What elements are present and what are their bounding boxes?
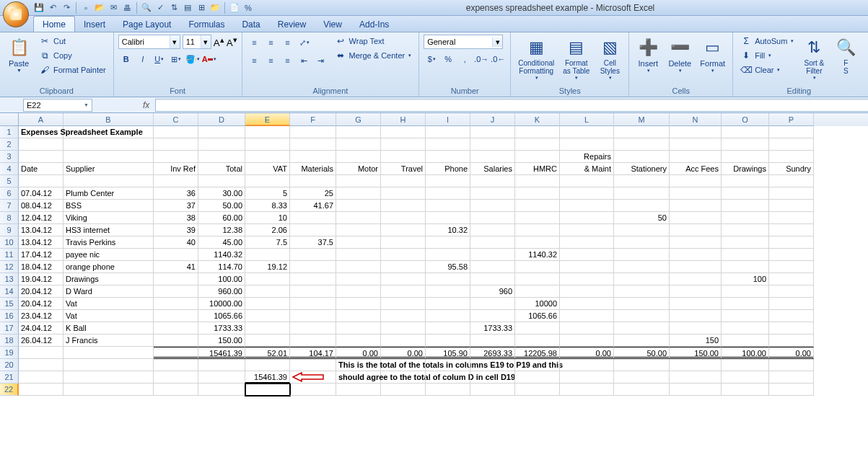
cell-G11[interactable]	[336, 249, 381, 261]
cell-D17[interactable]: 1733.33	[198, 322, 245, 334]
cell-A14[interactable]: 20.04.12	[19, 285, 63, 298]
cell-A12[interactable]: 18.04.12	[19, 261, 63, 273]
cell-E17[interactable]	[245, 322, 290, 334]
cell-F2[interactable]	[290, 138, 336, 151]
preview-icon[interactable]: 🔍	[141, 2, 152, 14]
cell-N4[interactable]: Acc Fees	[670, 163, 722, 175]
cell-A5[interactable]	[19, 175, 63, 187]
cell-I14[interactable]	[426, 285, 470, 298]
print-icon[interactable]: 🖶	[121, 2, 133, 14]
find-select-button[interactable]: 🔍F S	[831, 35, 860, 76]
cell-D18[interactable]: 150.00	[198, 334, 245, 347]
cell-H21[interactable]	[381, 371, 426, 384]
cell-N9[interactable]	[670, 224, 722, 236]
cell-M1[interactable]	[614, 126, 670, 138]
cell-P9[interactable]	[769, 224, 814, 236]
cell-O1[interactable]	[722, 126, 769, 138]
cell-O7[interactable]	[722, 200, 769, 212]
tab-formulas[interactable]: Formulas	[180, 17, 233, 32]
cell-O14[interactable]	[722, 285, 769, 298]
chevron-down-icon[interactable]: ▾	[201, 35, 211, 48]
cell-P8[interactable]	[769, 212, 814, 224]
cell-I4[interactable]: Phone	[426, 163, 470, 175]
cell-J15[interactable]	[470, 298, 515, 310]
cell-J22[interactable]	[470, 384, 515, 396]
col-header-C[interactable]: C	[154, 113, 198, 126]
cell-N1[interactable]	[670, 126, 722, 138]
cell-D19[interactable]: 15461.39	[198, 347, 245, 359]
cell-L15[interactable]	[560, 298, 614, 310]
cell-M16[interactable]	[614, 310, 670, 322]
row-header-18[interactable]: 18	[0, 334, 19, 347]
cell-P22[interactable]	[769, 384, 814, 396]
cell-O2[interactable]	[722, 138, 769, 151]
cell-B16[interactable]: Vat	[63, 310, 154, 322]
cell-O3[interactable]	[722, 151, 769, 163]
cell-N18[interactable]: 150	[670, 334, 722, 347]
cell-P10[interactable]	[769, 236, 814, 249]
cell-K16[interactable]: 1065.66	[515, 310, 560, 322]
cell-N12[interactable]	[670, 261, 722, 273]
cell-C16[interactable]	[154, 310, 198, 322]
tab-view[interactable]: View	[315, 17, 351, 32]
cell-F9[interactable]	[290, 224, 336, 236]
cell-N21[interactable]	[670, 371, 722, 384]
format-as-table-button[interactable]: ▤Format as Table▾	[560, 35, 592, 82]
cell-C9[interactable]: 39	[154, 224, 198, 236]
fx-button[interactable]: fx	[143, 100, 149, 110]
cell-H16[interactable]	[381, 310, 426, 322]
cell-D2[interactable]	[198, 138, 245, 151]
cell-I18[interactable]	[426, 334, 470, 347]
cell-K7[interactable]	[515, 200, 560, 212]
cell-F20[interactable]	[290, 359, 336, 371]
row-header-3[interactable]: 3	[0, 151, 19, 163]
col-header-M[interactable]: M	[614, 113, 670, 126]
chevron-down-icon[interactable]: ▾	[492, 37, 502, 47]
cell-A17[interactable]: 24.04.12	[19, 322, 63, 334]
cell-M6[interactable]	[614, 187, 670, 200]
cell-L11[interactable]	[560, 249, 614, 261]
cell-A3[interactable]	[19, 151, 63, 163]
cell-A11[interactable]: 17.04.12	[19, 249, 63, 261]
cell-B7[interactable]: BSS	[63, 200, 154, 212]
cell-M3[interactable]	[614, 151, 670, 163]
cell-F12[interactable]	[290, 261, 336, 273]
align-center-button[interactable]: ≡	[263, 53, 279, 68]
cell-G21[interactable]: should agree to the total of colum D in …	[336, 371, 381, 384]
col-header-N[interactable]: N	[670, 113, 722, 126]
cell-G6[interactable]	[336, 187, 381, 200]
cell-A8[interactable]: 12.04.12	[19, 212, 63, 224]
cell-J17[interactable]: 1733.33	[470, 322, 515, 334]
cell-E5[interactable]	[245, 175, 290, 187]
row-header-10[interactable]: 10	[0, 236, 19, 249]
cell-B22[interactable]	[63, 384, 154, 396]
cell-C22[interactable]	[154, 384, 198, 396]
row-header-12[interactable]: 12	[0, 261, 19, 273]
cell-B15[interactable]: Vat	[63, 298, 154, 310]
cell-J2[interactable]	[470, 138, 515, 151]
percent-icon[interactable]: %	[242, 2, 254, 14]
page-icon[interactable]: 📄	[229, 2, 240, 14]
increase-decimal-button[interactable]: .0→	[473, 51, 489, 67]
cell-G13[interactable]	[336, 273, 381, 285]
cell-G8[interactable]	[336, 212, 381, 224]
cell-H14[interactable]	[381, 285, 426, 298]
cell-J16[interactable]	[470, 310, 515, 322]
cell-L6[interactable]	[560, 187, 614, 200]
cell-K17[interactable]	[515, 322, 560, 334]
cell-M10[interactable]	[614, 236, 670, 249]
cell-E15[interactable]	[245, 298, 290, 310]
cell-C19[interactable]	[154, 347, 198, 359]
cell-I15[interactable]	[426, 298, 470, 310]
cell-I22[interactable]	[426, 384, 470, 396]
cell-P2[interactable]	[769, 138, 814, 151]
cell-P6[interactable]	[769, 187, 814, 200]
cell-L8[interactable]	[560, 212, 614, 224]
cell-D5[interactable]	[198, 175, 245, 187]
cell-I21[interactable]	[426, 371, 470, 384]
insert-cells-button[interactable]: ➕Insert▾	[634, 35, 662, 75]
cell-B18[interactable]: J Francis	[63, 334, 154, 347]
cell-M18[interactable]	[614, 334, 670, 347]
percent-button[interactable]: %	[440, 51, 456, 67]
cell-O9[interactable]	[722, 224, 769, 236]
